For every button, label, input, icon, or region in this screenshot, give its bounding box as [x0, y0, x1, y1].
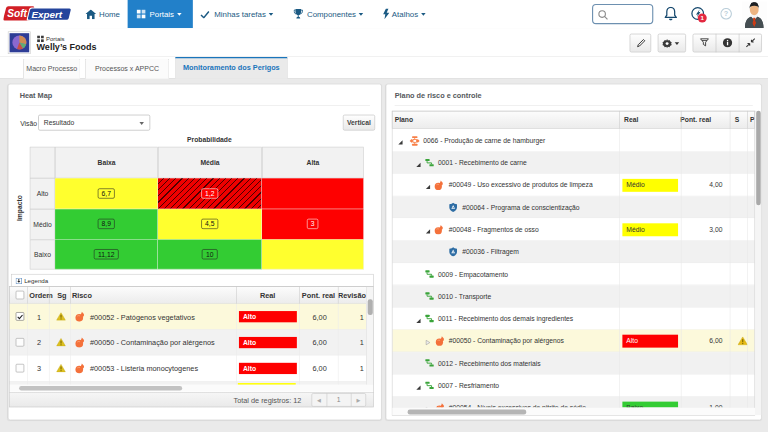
- svg-text:Soft: Soft: [7, 8, 27, 19]
- svg-text:?: ?: [724, 9, 729, 18]
- svg-text:Expert: Expert: [31, 9, 62, 20]
